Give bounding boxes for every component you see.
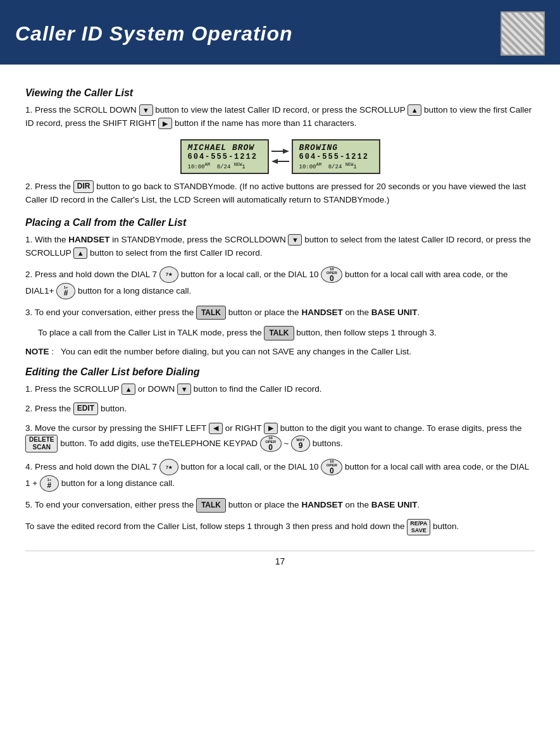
step-placing-2: 2. Press and hold down the DIAL 7 7★ but… bbox=[25, 266, 535, 299]
page-number: 17 bbox=[25, 551, 535, 566]
keypad0-btn[interactable]: 10OPER 0 bbox=[260, 435, 282, 452]
edit-btn[interactable]: EDIT bbox=[73, 402, 98, 415]
caller-lcd-right: BROWING 604-555-1212 10:00AM 8/24 NEW1 bbox=[292, 139, 380, 174]
step-placing-3: 3. To end your conversation, either pres… bbox=[25, 306, 535, 320]
section-viewing: Viewing the Caller List 1. Press the SCR… bbox=[25, 87, 535, 207]
svg-marker-1 bbox=[283, 149, 289, 154]
section-viewing-heading: Viewing the Caller List bbox=[25, 87, 535, 99]
delete-scan-btn[interactable]: DELETESCAN bbox=[25, 435, 58, 452]
step-editing-5: 5. To end your conversation, either pres… bbox=[25, 498, 535, 513]
caller-info-right: 10:00AM 8/24 NEW1 bbox=[299, 162, 373, 170]
dir-btn[interactable]: DIR bbox=[73, 180, 94, 193]
note-label: NOTE bbox=[25, 347, 49, 356]
dial1plus-btn2[interactable]: 1+ # bbox=[40, 475, 59, 492]
step-viewing-2: 2. Press the DIR button to go back to ST… bbox=[25, 180, 535, 207]
keypad9-btn[interactable]: WXY 9 bbox=[291, 435, 310, 452]
section-placing-heading: Placing a Call from the Caller List bbox=[25, 217, 535, 228]
caller-lcd-left: MICHAEL BROW 604-555-1212 10:00AM 8/24 N… bbox=[180, 139, 269, 174]
scroll-down-btn3[interactable]: ▼ bbox=[177, 384, 191, 395]
dial7-btn2[interactable]: 7★ bbox=[159, 459, 178, 475]
placing-sub-para: To place a call from the Caller List in … bbox=[25, 326, 535, 340]
talk-btn[interactable]: TALK bbox=[196, 306, 226, 320]
page-title: Caller ID System Operation bbox=[15, 22, 293, 46]
talk-btn2[interactable]: TALK bbox=[264, 326, 294, 340]
svg-marker-3 bbox=[271, 159, 278, 164]
step-editing-1: 1. Press the SCROLLUP ▲ or DOWN ▼ button… bbox=[25, 383, 535, 396]
section-placing: Placing a Call from the Caller List 1. W… bbox=[25, 217, 535, 356]
step-num: 1. bbox=[25, 105, 35, 115]
caller-info-left: 10:00AM 8/24 NEW1 bbox=[188, 162, 261, 170]
section-editing: Editing the Caller List before Dialing 1… bbox=[25, 366, 535, 535]
caller-number-right: 604-555-1212 bbox=[299, 153, 373, 161]
editing-footer: To save the edited record from the Calle… bbox=[25, 519, 535, 535]
step-placing-1: 1. With the HANDSET in STANDBYmode, pres… bbox=[25, 234, 535, 260]
dial10-btn[interactable]: 10OPER 0 bbox=[321, 266, 342, 283]
section-editing-heading: Editing the Caller List before Dialing bbox=[25, 366, 535, 378]
note-block: NOTE : You can edit the number before di… bbox=[25, 347, 535, 356]
step-editing-3: 3. Move the cursor by pressing the SHIFT… bbox=[25, 422, 535, 453]
repa-save-btn[interactable]: RE/PASAVE bbox=[407, 519, 430, 535]
caller-display-area: MICHAEL BROW 604-555-1212 10:00AM 8/24 N… bbox=[25, 139, 535, 174]
page-header: Caller ID System Operation bbox=[0, 0, 560, 65]
caller-name-left: MICHAEL BROW bbox=[188, 143, 261, 153]
step-editing-2: 2. Press the EDIT button. bbox=[25, 402, 535, 416]
scroll-up-btn3[interactable]: ▲ bbox=[121, 384, 135, 395]
shift-right-btn2[interactable]: ▶ bbox=[264, 423, 278, 434]
caller-number-left: 604-555-1212 bbox=[188, 153, 261, 161]
dial1plus-btn[interactable]: 1+ # bbox=[56, 283, 75, 299]
shift-left-btn[interactable]: ◀ bbox=[209, 423, 223, 434]
step-editing-4: 4. Press and hold down the DIAL 7 7★ but… bbox=[25, 459, 535, 492]
scroll-down-btn[interactable]: ▼ bbox=[139, 104, 153, 116]
qr-graphic bbox=[501, 11, 545, 56]
step-viewing-1: 1. Press the SCROLL DOWN ▼ button to vie… bbox=[25, 104, 535, 130]
talk-btn3[interactable]: TALK bbox=[196, 498, 226, 513]
shift-right-btn[interactable]: ▶ bbox=[158, 118, 172, 129]
arrow-between bbox=[271, 146, 289, 166]
scroll-down-btn2[interactable]: ▼ bbox=[288, 234, 302, 246]
scroll-up-btn[interactable]: ▲ bbox=[408, 104, 421, 116]
caller-name-right: BROWING bbox=[299, 143, 373, 153]
scroll-up-btn2[interactable]: ▲ bbox=[73, 247, 87, 259]
arrow-left-icon bbox=[271, 156, 289, 166]
dial7-btn[interactable]: 7★ bbox=[159, 266, 178, 283]
dial10-btn2[interactable]: 10OPER 0 bbox=[321, 459, 342, 475]
arrow-right-icon bbox=[271, 146, 289, 156]
main-content: Viewing the Caller List 1. Press the SCR… bbox=[0, 65, 560, 585]
